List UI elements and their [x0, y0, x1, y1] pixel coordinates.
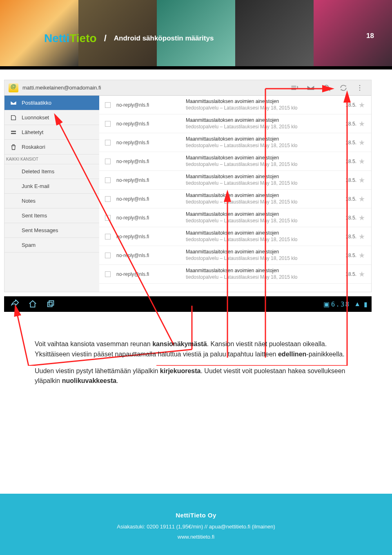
svg-point-0 [324, 85, 328, 89]
mail-from: no-reply@nls.fi [116, 102, 186, 108]
footer-url: www.nettitieto.fi [0, 534, 392, 540]
mail-app-icon [9, 83, 18, 92]
mail-list: no-reply@nls.fiMaanmittauslaitoksen avoi… [99, 96, 371, 292]
folder-item[interactable]: Junk E-mail [4, 179, 99, 194]
folder-item[interactable]: Notes [4, 194, 99, 208]
mail-subject: Maanmittauslaitoksen avoimien aineistoje… [186, 268, 339, 280]
mail-row[interactable]: no-reply@nls.fiMaanmittauslaitoksen avoi… [99, 246, 371, 265]
star-icon[interactable]: ★ [356, 157, 367, 166]
mail-subject: Maanmittauslaitoksen avoimien aineistoje… [186, 98, 339, 111]
mail-row[interactable]: no-reply@nls.fiMaanmittauslaitoksen avoi… [99, 152, 371, 171]
mail-from: no-reply@nls.fi [116, 271, 186, 277]
folder-item[interactable]: Lähetetyt [4, 125, 99, 140]
svg-rect-5 [11, 131, 16, 132]
mail-from: no-reply@nls.fi [116, 121, 186, 127]
mail-from: no-reply@nls.fi [116, 140, 186, 145]
compose-icon[interactable] [305, 82, 316, 94]
search-icon[interactable] [321, 82, 333, 94]
svg-rect-8 [49, 301, 53, 305]
overflow-menu-icon[interactable] [354, 82, 365, 94]
mail-subject: Maanmittauslaitoksen avoimien aineistoje… [186, 174, 339, 186]
footer-support: Asiakastuki: 0200 19111 (1,95€/min) // a… [0, 524, 392, 530]
mail-subject: Maanmittauslaitoksen avoimien aineistoje… [186, 155, 339, 168]
mail-row[interactable]: no-reply@nls.fiMaanmittauslaitoksen avoi… [99, 114, 371, 133]
mail-row[interactable]: no-reply@nls.fiMaanmittauslaitoksen avoi… [99, 208, 371, 227]
battery-icon: ▮ [364, 300, 368, 308]
svg-point-2 [359, 85, 361, 86]
checkbox[interactable] [105, 159, 111, 164]
star-icon[interactable]: ★ [356, 213, 367, 222]
instruction-paragraph-1: Voit vaihtaa kansiota vasemman reunan ka… [35, 339, 357, 360]
mail-date: 18.5. [339, 102, 356, 108]
svg-point-4 [359, 90, 361, 91]
star-icon[interactable]: ★ [356, 176, 367, 185]
footer-company: NettiTieto Oy [0, 512, 392, 519]
checkbox[interactable] [105, 253, 111, 258]
checkbox[interactable] [105, 215, 111, 221]
home-icon[interactable] [24, 298, 41, 310]
mail-row[interactable]: no-reply@nls.fiMaanmittauslaitoksen avoi… [99, 133, 371, 152]
breadcrumb-separator: / [97, 33, 114, 44]
star-icon[interactable]: ★ [356, 119, 367, 128]
instruction-paragraph-2: Uuden viestin pystyt lähettämään yläpalk… [35, 366, 357, 387]
app-header: matti.meikelainen@omadomain.fi [4, 80, 371, 96]
footer: NettiTieto Oy Asiakastuki: 0200 19111 (1… [0, 494, 392, 555]
folder-item[interactable]: Postilaatikko [4, 96, 99, 110]
star-icon[interactable]: ★ [356, 195, 367, 204]
checkbox[interactable] [105, 234, 111, 239]
folder-item[interactable]: Sent Messages [4, 223, 99, 238]
mail-row[interactable]: no-reply@nls.fiMaanmittauslaitoksen avoi… [99, 171, 371, 190]
folder-item[interactable]: Luonnokset [4, 110, 99, 125]
star-icon[interactable]: ★ [356, 138, 367, 147]
mail-date: 18.5. [339, 159, 356, 164]
page-number: 18 [366, 32, 374, 40]
checkbox[interactable] [105, 177, 111, 183]
refresh-icon[interactable] [338, 82, 349, 94]
wifi-icon: ▲ [354, 300, 361, 308]
mail-subject: Maanmittauslaitoksen avoimien aineistoje… [186, 117, 339, 130]
account-address: matti.meikelainen@omadomain.fi [22, 85, 101, 91]
folder-item[interactable]: Sent Items [4, 208, 99, 223]
mail-date: 18.5. [339, 140, 356, 145]
mail-row[interactable]: no-reply@nls.fiMaanmittauslaitoksen avoi… [99, 265, 371, 284]
mail-row[interactable]: no-reply@nls.fiMaanmittauslaitoksen avoi… [99, 190, 371, 208]
android-navbar: ▣ 6.38 ▲ ▮ [4, 296, 372, 312]
android-email-screenshot: matti.meikelainen@omadomain.fi Postilaat… [4, 80, 372, 292]
page-title: Android sähköpostin määritys [114, 34, 214, 43]
mail-date: 18.5. [339, 215, 356, 221]
check-all-icon[interactable] [289, 82, 300, 94]
header-banner: NettiTieto / Android sähköpostin määrity… [0, 0, 392, 69]
folder-section-header: KAIKKI KANSIOT [4, 154, 99, 164]
mail-date: 18.5. [339, 234, 356, 239]
folder-item[interactable]: Spam [4, 238, 99, 253]
checkbox[interactable] [105, 121, 111, 127]
folder-item[interactable]: Roskakori [4, 140, 99, 154]
mail-date: 18.5. [339, 121, 356, 127]
star-icon[interactable]: ★ [356, 251, 367, 260]
clock: 6.38 [331, 300, 350, 308]
back-icon[interactable] [7, 298, 23, 310]
mail-row[interactable]: no-reply@nls.fiMaanmittauslaitoksen avoi… [99, 96, 371, 114]
folder-sidebar: PostilaatikkoLuonnoksetLähetetytRoskakor… [4, 96, 99, 292]
instructions: Voit vaihtaa kansiota vasemman reunan ka… [35, 339, 357, 393]
star-icon[interactable]: ★ [356, 101, 367, 110]
screenshot-icon: ▣ [323, 300, 330, 308]
svg-line-13 [16, 307, 29, 366]
svg-point-3 [359, 87, 361, 88]
folder-item[interactable]: Deleted Items [4, 164, 99, 179]
mail-from: no-reply@nls.fi [116, 234, 186, 239]
svg-rect-6 [11, 133, 16, 134]
mail-from: no-reply@nls.fi [116, 159, 186, 164]
checkbox[interactable] [105, 102, 111, 108]
checkbox[interactable] [105, 271, 111, 277]
checkbox[interactable] [105, 140, 111, 145]
star-icon[interactable]: ★ [356, 270, 367, 279]
star-icon[interactable]: ★ [356, 232, 367, 241]
svg-rect-7 [48, 302, 52, 307]
checkbox[interactable] [105, 196, 111, 202]
mail-date: 18.5. [339, 271, 356, 277]
mail-date: 18.5. [339, 177, 356, 183]
svg-line-1 [328, 89, 330, 91]
mail-row[interactable]: no-reply@nls.fiMaanmittauslaitoksen avoi… [99, 227, 371, 246]
recents-icon[interactable] [42, 298, 59, 310]
